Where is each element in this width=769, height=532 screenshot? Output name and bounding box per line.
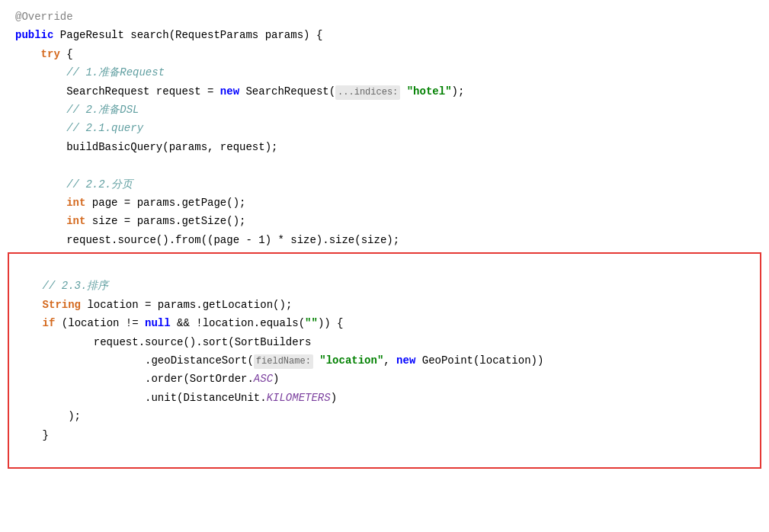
highlighted-sort-block: // 2.3.排序 String location = params.getLo… — [8, 252, 761, 469]
rb-if-close: } — [17, 426, 752, 444]
line-int-size: int size = params.getSize(); — [0, 212, 769, 230]
rb-order: .order(SortOrder.ASC) — [17, 370, 752, 388]
line-comment-page: // 2.2.分页 — [0, 175, 769, 194]
rb-comment-sort: // 2.3.排序 — [17, 277, 752, 295]
line-comment-query: // 2.1.query — [0, 119, 769, 137]
rb-semicolon: ); — [17, 407, 752, 425]
line-blank1 — [0, 156, 769, 175]
kw-public: public — [15, 27, 53, 43]
rb-geo-distance: .geoDistanceSort(fieldName: "location", … — [17, 351, 752, 370]
rb-blank2 — [17, 444, 752, 463]
rb-blank — [17, 258, 752, 277]
annotation-override: @Override — [15, 8, 73, 25]
rb-string-location: String location = params.getLocation(); — [17, 296, 752, 314]
line-search-request: SearchRequest request = new SearchReques… — [0, 82, 769, 101]
line-comment-dsl: // 2.准备DSL — [0, 101, 769, 119]
line-source-from: request.source().from((page - 1) * size)… — [0, 231, 769, 249]
line-int-page: int page = params.getPage(); — [0, 194, 769, 212]
line-method-sig: public PageResult search(RequestParams p… — [0, 26, 769, 44]
line-try: try { — [0, 45, 769, 63]
line-comment-prepare: // 1.准备Request — [0, 63, 769, 82]
rb-unit: .unit(DistanceUnit.KILOMETERS) — [17, 389, 752, 407]
line-override: @Override — [0, 8, 769, 26]
rb-request-sort: request.source().sort(SortBuilders — [17, 333, 752, 351]
line-build-query: buildBasicQuery(params, request); — [0, 138, 769, 156]
code-editor: @Override public PageResult search(Reque… — [0, 0, 769, 532]
rb-if-location: if (location != null && !location.equals… — [17, 314, 752, 332]
